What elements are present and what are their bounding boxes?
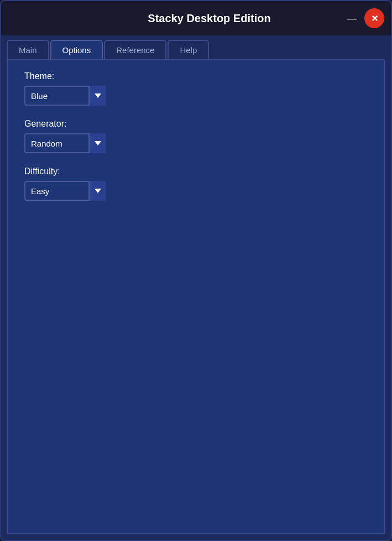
theme-dropdown-wrapper: Blue Dark Light Green: [24, 86, 106, 106]
theme-dropdown[interactable]: Blue Dark Light Green: [24, 86, 106, 106]
generator-dropdown-wrapper: Random Sequential Manual: [24, 133, 106, 153]
window-controls: — ✕: [344, 8, 384, 28]
generator-field-group: Generator: Random Sequential Manual: [24, 119, 368, 153]
options-panel: Theme: Blue Dark Light Green Generator: …: [7, 59, 385, 534]
main-window: Stacky Desktop Edition — ✕ Main Options …: [0, 0, 392, 541]
tab-reference[interactable]: Reference: [104, 40, 166, 59]
generator-label: Generator:: [24, 119, 368, 129]
difficulty-dropdown-wrapper: Easy Medium Hard: [24, 181, 106, 201]
minimize-button[interactable]: —: [344, 11, 360, 26]
titlebar: Stacky Desktop Edition — ✕: [1, 1, 391, 35]
tab-options[interactable]: Options: [50, 40, 103, 59]
theme-label: Theme:: [24, 71, 368, 81]
tab-bar: Main Options Reference Help: [1, 35, 391, 59]
close-button[interactable]: ✕: [364, 8, 384, 28]
tab-help[interactable]: Help: [168, 40, 209, 59]
window-title: Stacky Desktop Edition: [74, 12, 344, 25]
tab-main[interactable]: Main: [7, 40, 49, 59]
generator-dropdown[interactable]: Random Sequential Manual: [24, 133, 106, 153]
theme-field-group: Theme: Blue Dark Light Green: [24, 71, 368, 106]
difficulty-dropdown[interactable]: Easy Medium Hard: [24, 181, 106, 201]
difficulty-label: Difficulty:: [24, 167, 368, 176]
difficulty-field-group: Difficulty: Easy Medium Hard: [24, 167, 368, 201]
